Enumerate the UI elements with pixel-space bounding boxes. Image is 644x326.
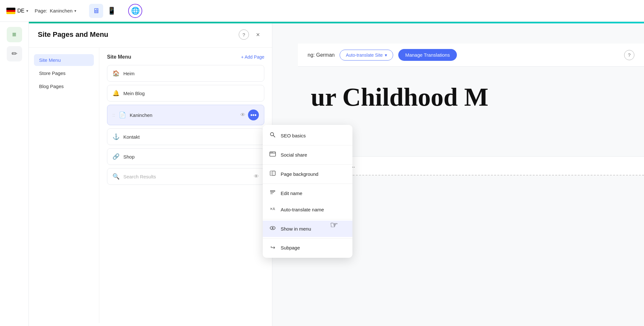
page-background-icon: [269, 170, 276, 178]
seo-basics-icon: [269, 132, 276, 140]
page-chevron-icon: ▾: [74, 9, 76, 13]
close-icon: ×: [256, 31, 260, 38]
panel-help-btn[interactable]: ?: [239, 29, 249, 40]
ctx-auto-translate-name[interactable]: ✕A Auto-translate name: [263, 201, 352, 218]
desktop-device-btn[interactable]: 🖥: [89, 4, 103, 18]
ctx-social-share[interactable]: Social share: [263, 147, 352, 163]
mein-blog-label: Mein Blog: [123, 91, 259, 96]
shop-icon: 🔗: [112, 153, 120, 160]
pen-icon-btn[interactable]: ✏: [7, 46, 22, 61]
panel-title: Site Pages and Menu: [38, 30, 239, 39]
nav-item-site-menu[interactable]: Site Menu: [34, 54, 94, 66]
search-results-label: Search Results: [123, 174, 250, 179]
page-label: Page:: [35, 8, 47, 13]
pages-list-header: Site Menu + Add Page: [107, 54, 264, 60]
translation-bar: ng: German Auto-translate Site ▾ Manage …: [298, 44, 644, 67]
translation-help-btn[interactable]: ?: [624, 50, 634, 60]
ctx-divider-3: [263, 183, 352, 184]
ctx-divider-4: [263, 219, 352, 219]
page-item-heim[interactable]: 🏠 Heim: [107, 65, 264, 82]
heim-icon: 🏠: [112, 70, 120, 77]
ctx-seo-basics[interactable]: SEO basics: [263, 127, 352, 144]
subpage-icon: ↪: [269, 244, 276, 251]
kaninchen-actions: 👁 •••: [240, 110, 259, 120]
svg-point-14: [272, 227, 274, 229]
drag-handle-icon: ::: [112, 112, 115, 118]
kontakt-label: Kontakt: [123, 134, 259, 140]
auto-translate-chevron-icon: ▾: [385, 53, 387, 58]
chevron-down-icon: ▾: [26, 9, 28, 13]
panel-body: Site Menu Store Pages Blog Pages Site Me…: [29, 48, 272, 323]
nav-item-store-pages-label: Store Pages: [39, 70, 66, 76]
page-item-search-results[interactable]: 🔍 Search Results 👁: [107, 168, 264, 185]
edit-name-icon: [269, 189, 276, 197]
ctx-show-in-menu[interactable]: Show in menu: [263, 221, 352, 237]
manage-translations-label: Manage Translations: [405, 52, 450, 58]
ctx-subpage-label: Subpage: [281, 245, 300, 250]
kaninchen-label: Kaninchen: [130, 112, 236, 118]
nav-item-site-menu-label: Site Menu: [39, 57, 61, 63]
shop-label: Shop: [123, 154, 259, 159]
ctx-page-background[interactable]: Page background: [263, 166, 352, 182]
ctx-divider-1: [263, 145, 352, 145]
pages-icon-btn[interactable]: ≡: [7, 27, 22, 42]
left-sidebar: ≡ ✏: [0, 22, 29, 326]
page-name: Kaninchen: [50, 8, 72, 13]
auto-translate-label: Auto-translate Site: [346, 53, 383, 58]
top-accent: [29, 22, 644, 23]
svg-rect-2: [270, 152, 276, 156]
ctx-edit-name[interactable]: Edit name: [263, 185, 352, 201]
mobile-device-btn[interactable]: 📱: [104, 4, 119, 18]
nav-item-blog-pages-label: Blog Pages: [39, 84, 64, 89]
pages-list-title: Site Menu: [107, 54, 241, 60]
ctx-seo-basics-label: SEO basics: [281, 133, 306, 138]
page-selector: Page: Kaninchen ▾: [35, 8, 76, 13]
ctx-auto-translate-name-label: Auto-translate name: [281, 207, 324, 212]
context-menu: SEO basics Social share Page background: [263, 125, 352, 258]
ctx-social-share-label: Social share: [281, 152, 307, 158]
kaninchen-visibility-btn[interactable]: 👁: [240, 112, 245, 118]
add-page-btn[interactable]: + Add Page: [241, 54, 264, 60]
headline-text: ur Childhood M: [311, 83, 488, 111]
svg-point-4: [271, 152, 271, 153]
auto-translate-btn[interactable]: Auto-translate Site ▾: [340, 50, 393, 61]
add-page-label: + Add Page: [241, 54, 264, 60]
svg-rect-8: [270, 171, 273, 175]
search-results-actions: 👁: [254, 174, 259, 179]
device-icons: 🖥 📱: [89, 4, 119, 18]
ctx-page-background-label: Page background: [281, 171, 318, 177]
nav-item-blog-pages[interactable]: Blog Pages: [34, 80, 94, 92]
panel-help-icon: ?: [243, 32, 245, 37]
page-dropdown[interactable]: Kaninchen ▾: [50, 8, 76, 13]
ctx-divider-5: [263, 238, 352, 239]
svg-rect-9: [270, 191, 275, 192]
panel-close-btn[interactable]: ×: [253, 29, 263, 40]
mein-blog-icon: 🔔: [112, 90, 120, 97]
kontakt-icon: ⚓: [112, 133, 120, 140]
ctx-show-in-menu-label: Show in menu: [281, 226, 311, 232]
ctx-subpage[interactable]: ↪ Subpage: [263, 240, 352, 255]
headline-area: ur Childhood M: [298, 73, 644, 121]
help-icon: ?: [628, 52, 631, 58]
kaninchen-icon: 📄: [119, 111, 126, 118]
lang-code: DE: [17, 8, 24, 14]
globe-icon: 🌐: [131, 7, 140, 15]
topbar: DE ▾ Page: Kaninchen ▾ 🖥 📱 🌐: [0, 0, 644, 22]
language-selector[interactable]: DE ▾: [6, 8, 28, 14]
ctx-edit-name-label: Edit name: [281, 191, 302, 196]
search-results-visibility-btn[interactable]: 👁: [254, 174, 259, 179]
auto-translate-name-icon: ✕A: [269, 206, 276, 214]
search-results-icon: 🔍: [112, 173, 120, 180]
page-item-kaninchen[interactable]: :: 📄 Kaninchen 👁 •••: [107, 105, 264, 125]
manage-translations-btn[interactable]: Manage Translations: [398, 49, 457, 61]
page-item-mein-blog[interactable]: 🔔 Mein Blog: [107, 85, 264, 102]
page-item-kontakt[interactable]: ⚓ Kontakt: [107, 128, 264, 145]
panel-nav: Site Menu Store Pages Blog Pages: [29, 48, 99, 323]
globe-btn[interactable]: 🌐: [128, 4, 142, 18]
panel-header: Site Pages and Menu ? ×: [29, 22, 272, 48]
page-item-shop[interactable]: 🔗 Shop: [107, 148, 264, 165]
nav-item-store-pages[interactable]: Store Pages: [34, 67, 94, 79]
ctx-divider-2: [263, 164, 352, 165]
svg-text:✕A: ✕A: [270, 207, 275, 211]
kaninchen-more-btn[interactable]: •••: [248, 110, 259, 120]
